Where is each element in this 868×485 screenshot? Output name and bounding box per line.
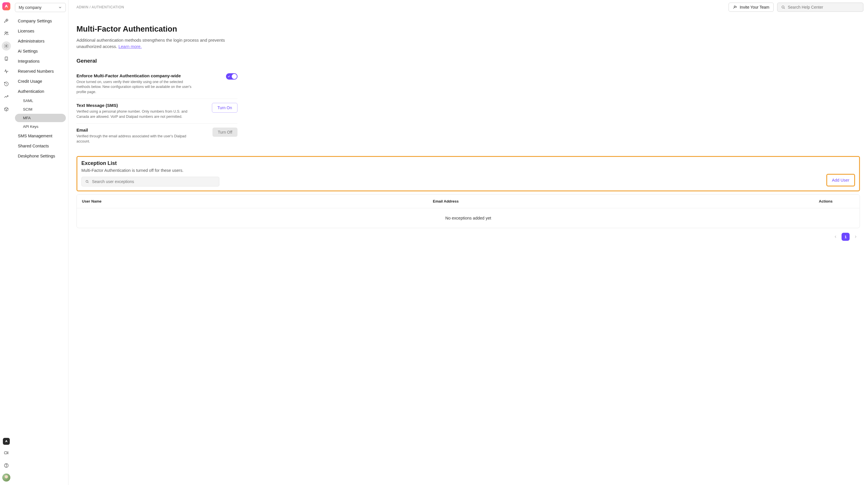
- building-icon[interactable]: [2, 54, 11, 63]
- pager-page-1[interactable]: 1: [841, 233, 849, 241]
- sidebar-subitem-scim[interactable]: SCIM: [15, 105, 66, 114]
- svg-point-3: [6, 45, 7, 47]
- sms-turn-on-button[interactable]: Turn On: [212, 103, 238, 112]
- general-section-title: General: [76, 58, 860, 64]
- svg-point-8: [734, 6, 736, 7]
- setting-email: Email Verified through the email address…: [76, 124, 238, 148]
- search-icon: [85, 180, 89, 184]
- email-turn-off-button[interactable]: Turn Off: [213, 128, 238, 137]
- email-desc: Verified through the email address assoc…: [76, 134, 197, 144]
- company-selector-label: My company: [19, 5, 41, 10]
- exception-search-container[interactable]: [81, 177, 219, 187]
- exception-search-input[interactable]: [92, 179, 216, 184]
- sidebar-item-sms-management[interactable]: SMS Management: [15, 131, 66, 141]
- col-actions: Actions: [814, 195, 860, 208]
- sidebar-item-authentication[interactable]: Authentication: [15, 87, 66, 96]
- exception-list-highlight: Exception List Multi-Factor Authenticati…: [76, 156, 860, 191]
- user-avatar[interactable]: [2, 474, 10, 482]
- svg-point-1: [5, 32, 6, 33]
- help-icon[interactable]: [2, 461, 11, 470]
- sms-label: Text Message (SMS): [76, 103, 206, 108]
- topbar: ADMIN / AUTHENTICATION Invite Your Team: [68, 0, 868, 14]
- check-icon: [227, 75, 230, 78]
- pagination: 1: [76, 233, 860, 241]
- sidebar-item-company-settings[interactable]: Company Settings: [15, 16, 66, 26]
- sidebar-item-integrations[interactable]: Integrations: [15, 56, 66, 66]
- invite-team-button[interactable]: Invite Your Team: [728, 3, 774, 12]
- trend-icon[interactable]: [2, 92, 11, 101]
- svg-point-0: [6, 20, 7, 21]
- exception-title: Exception List: [81, 160, 822, 166]
- app-logo[interactable]: [2, 2, 10, 10]
- invite-team-label: Invite Your Team: [740, 5, 769, 9]
- search-help-input[interactable]: [788, 5, 860, 9]
- sidebar-item-ai-settings[interactable]: Ai Settings: [15, 46, 66, 56]
- pager-prev[interactable]: [832, 234, 839, 240]
- app-badge[interactable]: [3, 438, 10, 445]
- company-selector[interactable]: My company: [15, 3, 66, 12]
- svg-point-2: [7, 32, 8, 33]
- sidebar-subitem-api-keys[interactable]: API Keys: [15, 122, 66, 131]
- add-user-button[interactable]: Add User: [828, 175, 853, 185]
- video-icon[interactable]: [2, 448, 11, 457]
- history-icon[interactable]: [2, 79, 11, 89]
- sidebar-item-reserved-numbers[interactable]: Reserved Numbers: [15, 66, 66, 76]
- enforce-desc: Once turned on, users verify their ident…: [76, 79, 197, 95]
- learn-more-link[interactable]: Learn more.: [119, 44, 142, 49]
- svg-point-10: [86, 181, 88, 183]
- pager-next[interactable]: [852, 234, 859, 240]
- exception-empty-state: No exceptions added yet: [77, 208, 860, 228]
- enforce-label: Enforce Multi-Factor Authentication comp…: [76, 73, 220, 78]
- col-user-name: User Name: [77, 195, 428, 208]
- add-user-highlight: Add User: [826, 174, 855, 187]
- icon-rail: [0, 0, 13, 485]
- page-subtitle: Additional authentication methods streng…: [76, 37, 226, 50]
- rocket-icon[interactable]: [2, 16, 11, 25]
- chevron-down-icon: [58, 5, 62, 9]
- sidebar-item-deskphone-settings[interactable]: Deskphone Settings: [15, 151, 66, 161]
- enforce-toggle[interactable]: [226, 73, 238, 79]
- sidebar-item-administrators[interactable]: Administrators: [15, 36, 66, 46]
- exception-table-head: User Name Email Address Actions: [77, 195, 860, 208]
- sidebar-subitem-saml[interactable]: SAML: [15, 97, 66, 105]
- user-plus-icon: [733, 5, 738, 9]
- search-icon: [781, 5, 785, 9]
- cube-icon[interactable]: [2, 105, 11, 114]
- sms-desc: Verified using a personal phone number. …: [76, 109, 197, 119]
- breadcrumb: ADMIN / AUTHENTICATION: [76, 5, 725, 9]
- settings-gear-icon[interactable]: [2, 41, 11, 51]
- sidebar-subitem-mfa[interactable]: MFA: [15, 114, 66, 122]
- sidebar-item-credit-usage[interactable]: Credit Usage: [15, 76, 66, 86]
- sidebar: My company Company Settings Licenses Adm…: [13, 0, 68, 485]
- exception-table: User Name Email Address Actions No excep…: [76, 194, 860, 228]
- users-icon[interactable]: [2, 29, 11, 38]
- search-help-container[interactable]: [777, 3, 863, 12]
- activity-icon[interactable]: [2, 67, 11, 76]
- setting-sms: Text Message (SMS) Verified using a pers…: [76, 99, 238, 124]
- page-title: Multi-Factor Authentication: [76, 25, 860, 34]
- setting-enforce-mfa: Enforce Multi-Factor Authentication comp…: [76, 69, 238, 99]
- svg-rect-5: [4, 452, 7, 454]
- chevron-left-icon: [834, 235, 838, 239]
- exception-desc: Multi-Factor Authentication is turned of…: [81, 168, 822, 173]
- col-email: Email Address: [428, 195, 814, 208]
- sidebar-item-licenses[interactable]: Licenses: [15, 26, 66, 36]
- email-label: Email: [76, 128, 207, 132]
- svg-point-9: [782, 6, 784, 8]
- chevron-right-icon: [854, 235, 858, 239]
- sidebar-item-shared-contacts[interactable]: Shared Contacts: [15, 141, 66, 151]
